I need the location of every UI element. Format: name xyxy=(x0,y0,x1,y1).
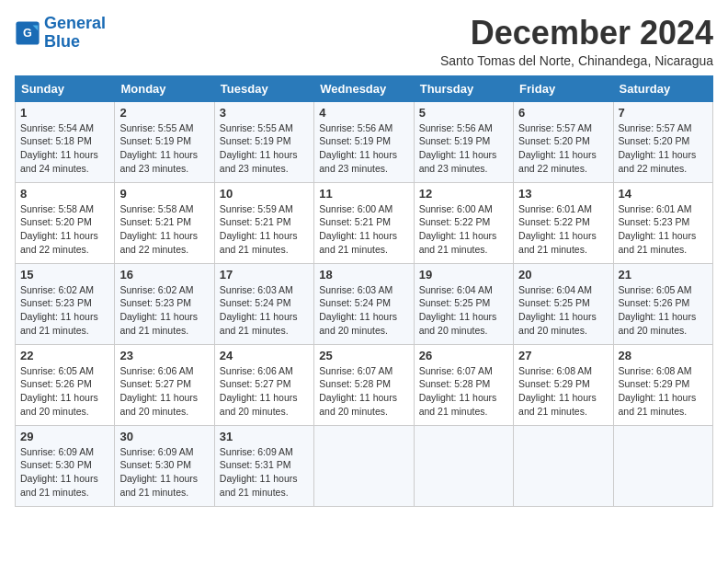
day-info: Sunrise: 6:08 AM Sunset: 5:29 PM Dayligh… xyxy=(518,364,608,419)
calendar-day-cell: 15Sunrise: 6:02 AM Sunset: 5:23 PM Dayli… xyxy=(16,263,115,344)
day-number: 1 xyxy=(20,106,109,120)
weekday-header: Friday xyxy=(514,75,613,101)
day-info: Sunrise: 6:03 AM Sunset: 5:24 PM Dayligh… xyxy=(319,283,408,338)
day-info: Sunrise: 5:54 AM Sunset: 5:18 PM Dayligh… xyxy=(20,121,109,176)
day-number: 17 xyxy=(220,268,309,282)
calendar-day-cell: 12Sunrise: 6:00 AM Sunset: 5:22 PM Dayli… xyxy=(414,182,513,263)
day-info: Sunrise: 6:06 AM Sunset: 5:27 PM Dayligh… xyxy=(220,364,309,419)
day-info: Sunrise: 5:57 AM Sunset: 5:20 PM Dayligh… xyxy=(619,121,708,176)
calendar-day-cell: 7Sunrise: 5:57 AM Sunset: 5:20 PM Daylig… xyxy=(613,101,712,182)
calendar-week-row: 22Sunrise: 6:05 AM Sunset: 5:26 PM Dayli… xyxy=(16,344,713,425)
calendar-day-cell: 5Sunrise: 5:56 AM Sunset: 5:19 PM Daylig… xyxy=(414,101,513,182)
day-number: 5 xyxy=(419,106,508,120)
day-number: 19 xyxy=(419,268,508,282)
weekday-header: Saturday xyxy=(613,75,712,101)
day-number: 10 xyxy=(220,187,309,201)
calendar-week-row: 8Sunrise: 5:58 AM Sunset: 5:20 PM Daylig… xyxy=(16,182,713,263)
day-info: Sunrise: 6:05 AM Sunset: 5:26 PM Dayligh… xyxy=(619,283,708,338)
calendar-day-cell: 23Sunrise: 6:06 AM Sunset: 5:27 PM Dayli… xyxy=(115,344,214,425)
calendar-table: SundayMondayTuesdayWednesdayThursdayFrid… xyxy=(15,75,713,507)
calendar-day-cell: 18Sunrise: 6:03 AM Sunset: 5:24 PM Dayli… xyxy=(314,263,414,344)
day-number: 23 xyxy=(119,349,209,362)
day-info: Sunrise: 5:58 AM Sunset: 5:20 PM Dayligh… xyxy=(20,202,109,257)
calendar-day-cell: 6Sunrise: 5:57 AM Sunset: 5:20 PM Daylig… xyxy=(514,101,613,182)
day-number: 20 xyxy=(518,268,608,282)
day-number: 25 xyxy=(319,349,408,362)
location-subtitle: Santo Tomas del Norte, Chinandega, Nicar… xyxy=(440,53,713,68)
day-number: 22 xyxy=(20,349,109,362)
day-number: 24 xyxy=(220,349,309,362)
calendar-day-cell: 21Sunrise: 6:05 AM Sunset: 5:26 PM Dayli… xyxy=(613,263,712,344)
day-number: 12 xyxy=(419,187,508,201)
day-number: 13 xyxy=(518,187,608,201)
calendar-day-cell: 26Sunrise: 6:07 AM Sunset: 5:28 PM Dayli… xyxy=(414,344,513,425)
calendar-day-cell: 1Sunrise: 5:54 AM Sunset: 5:18 PM Daylig… xyxy=(16,101,115,182)
day-info: Sunrise: 6:09 AM Sunset: 5:30 PM Dayligh… xyxy=(119,445,209,500)
logo: G General Blue xyxy=(15,15,106,52)
calendar-week-row: 1Sunrise: 5:54 AM Sunset: 5:18 PM Daylig… xyxy=(16,101,713,182)
calendar-day-cell: 4Sunrise: 5:56 AM Sunset: 5:19 PM Daylig… xyxy=(314,101,414,182)
day-number: 11 xyxy=(319,187,408,201)
day-info: Sunrise: 5:59 AM Sunset: 5:21 PM Dayligh… xyxy=(220,202,309,257)
calendar-week-row: 29Sunrise: 6:09 AM Sunset: 5:30 PM Dayli… xyxy=(16,425,713,506)
day-number: 16 xyxy=(119,268,209,282)
day-number: 29 xyxy=(20,430,109,443)
day-info: Sunrise: 6:09 AM Sunset: 5:30 PM Dayligh… xyxy=(20,445,109,500)
day-info: Sunrise: 5:56 AM Sunset: 5:19 PM Dayligh… xyxy=(419,121,508,176)
calendar-day-cell xyxy=(414,425,513,506)
page-header: G General Blue December 2024 Santo Tomas… xyxy=(15,15,713,68)
day-info: Sunrise: 6:03 AM Sunset: 5:24 PM Dayligh… xyxy=(220,283,309,338)
day-info: Sunrise: 6:01 AM Sunset: 5:22 PM Dayligh… xyxy=(518,202,608,257)
day-info: Sunrise: 6:00 AM Sunset: 5:22 PM Dayligh… xyxy=(419,202,508,257)
day-number: 28 xyxy=(619,349,708,362)
logo-icon: G xyxy=(15,20,40,46)
weekday-header: Sunday xyxy=(16,75,115,101)
calendar-day-cell: 29Sunrise: 6:09 AM Sunset: 5:30 PM Dayli… xyxy=(16,425,115,506)
day-info: Sunrise: 6:01 AM Sunset: 5:23 PM Dayligh… xyxy=(619,202,708,257)
calendar-day-cell: 2Sunrise: 5:55 AM Sunset: 5:19 PM Daylig… xyxy=(115,101,214,182)
day-info: Sunrise: 6:09 AM Sunset: 5:31 PM Dayligh… xyxy=(220,445,309,500)
day-number: 2 xyxy=(119,106,209,120)
day-info: Sunrise: 5:57 AM Sunset: 5:20 PM Dayligh… xyxy=(518,121,608,176)
calendar-day-cell: 25Sunrise: 6:07 AM Sunset: 5:28 PM Dayli… xyxy=(314,344,414,425)
day-info: Sunrise: 6:00 AM Sunset: 5:21 PM Dayligh… xyxy=(319,202,408,257)
day-info: Sunrise: 6:08 AM Sunset: 5:29 PM Dayligh… xyxy=(619,364,708,419)
calendar-day-cell: 10Sunrise: 5:59 AM Sunset: 5:21 PM Dayli… xyxy=(214,182,313,263)
calendar-day-cell: 8Sunrise: 5:58 AM Sunset: 5:20 PM Daylig… xyxy=(16,182,115,263)
day-info: Sunrise: 5:55 AM Sunset: 5:19 PM Dayligh… xyxy=(220,121,309,176)
day-number: 14 xyxy=(619,187,708,201)
day-number: 3 xyxy=(220,106,309,120)
calendar-day-cell: 13Sunrise: 6:01 AM Sunset: 5:22 PM Dayli… xyxy=(514,182,613,263)
calendar-day-cell: 20Sunrise: 6:04 AM Sunset: 5:25 PM Dayli… xyxy=(514,263,613,344)
calendar-day-cell xyxy=(514,425,613,506)
calendar-day-cell: 16Sunrise: 6:02 AM Sunset: 5:23 PM Dayli… xyxy=(115,263,214,344)
calendar-day-cell: 24Sunrise: 6:06 AM Sunset: 5:27 PM Dayli… xyxy=(214,344,313,425)
day-info: Sunrise: 6:07 AM Sunset: 5:28 PM Dayligh… xyxy=(419,364,508,419)
title-block: December 2024 Santo Tomas del Norte, Chi… xyxy=(440,15,713,68)
day-info: Sunrise: 6:02 AM Sunset: 5:23 PM Dayligh… xyxy=(20,283,109,338)
calendar-day-cell: 30Sunrise: 6:09 AM Sunset: 5:30 PM Dayli… xyxy=(115,425,214,506)
logo-text: General Blue xyxy=(44,15,106,52)
day-number: 26 xyxy=(419,349,508,362)
calendar-day-cell: 22Sunrise: 6:05 AM Sunset: 5:26 PM Dayli… xyxy=(16,344,115,425)
day-info: Sunrise: 6:06 AM Sunset: 5:27 PM Dayligh… xyxy=(119,364,209,419)
calendar-day-cell xyxy=(314,425,414,506)
day-info: Sunrise: 5:58 AM Sunset: 5:21 PM Dayligh… xyxy=(119,202,209,257)
logo-line1: General xyxy=(44,14,106,32)
weekday-header: Wednesday xyxy=(314,75,414,101)
calendar-day-cell: 17Sunrise: 6:03 AM Sunset: 5:24 PM Dayli… xyxy=(214,263,313,344)
day-number: 4 xyxy=(319,106,408,120)
day-number: 7 xyxy=(619,106,708,120)
logo-line2: Blue xyxy=(44,32,80,51)
svg-text:G: G xyxy=(23,27,32,40)
calendar-day-cell: 11Sunrise: 6:00 AM Sunset: 5:21 PM Dayli… xyxy=(314,182,414,263)
day-number: 6 xyxy=(518,106,608,120)
day-number: 9 xyxy=(119,187,209,201)
day-number: 31 xyxy=(220,430,309,443)
calendar-day-cell: 28Sunrise: 6:08 AM Sunset: 5:29 PM Dayli… xyxy=(613,344,712,425)
day-info: Sunrise: 5:56 AM Sunset: 5:19 PM Dayligh… xyxy=(319,121,408,176)
calendar-day-cell: 27Sunrise: 6:08 AM Sunset: 5:29 PM Dayli… xyxy=(514,344,613,425)
day-info: Sunrise: 5:55 AM Sunset: 5:19 PM Dayligh… xyxy=(119,121,209,176)
calendar-day-cell: 19Sunrise: 6:04 AM Sunset: 5:25 PM Dayli… xyxy=(414,263,513,344)
calendar-day-cell: 31Sunrise: 6:09 AM Sunset: 5:31 PM Dayli… xyxy=(214,425,313,506)
